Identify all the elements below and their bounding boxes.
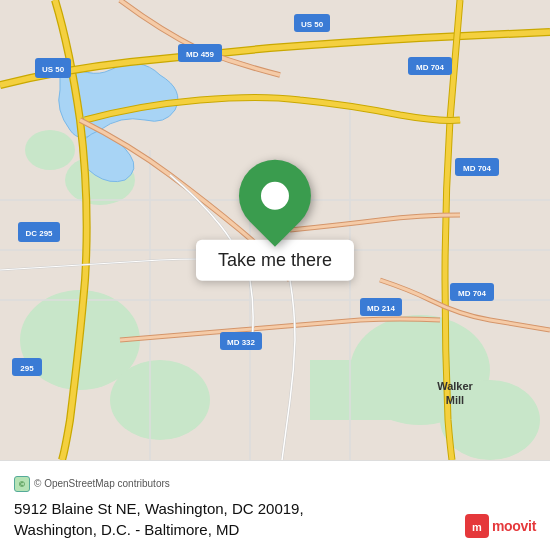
map-marker-inner bbox=[261, 182, 289, 210]
address-line2: Washington, D.C. - Baltimore, MD bbox=[14, 521, 239, 538]
svg-text:MD 214: MD 214 bbox=[367, 304, 396, 313]
svg-text:Mill: Mill bbox=[446, 394, 464, 406]
bottom-bar: © © OpenStreetMap contributors 5912 Blai… bbox=[0, 460, 550, 550]
moovit-icon: m bbox=[465, 514, 489, 538]
svg-point-2 bbox=[110, 360, 210, 440]
svg-text:295: 295 bbox=[20, 364, 34, 373]
osm-attribution-text: © OpenStreetMap contributors bbox=[34, 478, 170, 489]
osm-logo: © bbox=[14, 476, 30, 492]
map-container: US 50 DC 295 295 MD 459 US 50 MD 704 MD … bbox=[0, 0, 550, 460]
svg-text:US 50: US 50 bbox=[42, 65, 65, 74]
svg-text:MD 704: MD 704 bbox=[463, 164, 492, 173]
address-line: 5912 Blaine St NE, Washington, DC 20019,… bbox=[14, 498, 536, 540]
svg-text:MD 459: MD 459 bbox=[186, 50, 215, 59]
svg-text:m: m bbox=[472, 521, 482, 533]
svg-point-4 bbox=[440, 380, 540, 460]
moovit-logo: m moovit bbox=[465, 514, 536, 538]
osm-attribution: © © OpenStreetMap contributors bbox=[14, 476, 536, 492]
svg-point-7 bbox=[25, 130, 75, 170]
svg-text:MD 332: MD 332 bbox=[227, 338, 256, 347]
moovit-brand-text: moovit bbox=[492, 518, 536, 534]
svg-text:US 50: US 50 bbox=[301, 20, 324, 29]
marker-button-wrapper: Take me there bbox=[196, 160, 354, 281]
svg-text:MD 704: MD 704 bbox=[416, 63, 445, 72]
svg-text:Walker: Walker bbox=[437, 380, 473, 392]
svg-text:DC 295: DC 295 bbox=[25, 229, 53, 238]
svg-text:MD 704: MD 704 bbox=[458, 289, 487, 298]
map-marker bbox=[224, 145, 326, 247]
address-line1: 5912 Blaine St NE, Washington, DC 20019, bbox=[14, 500, 304, 517]
